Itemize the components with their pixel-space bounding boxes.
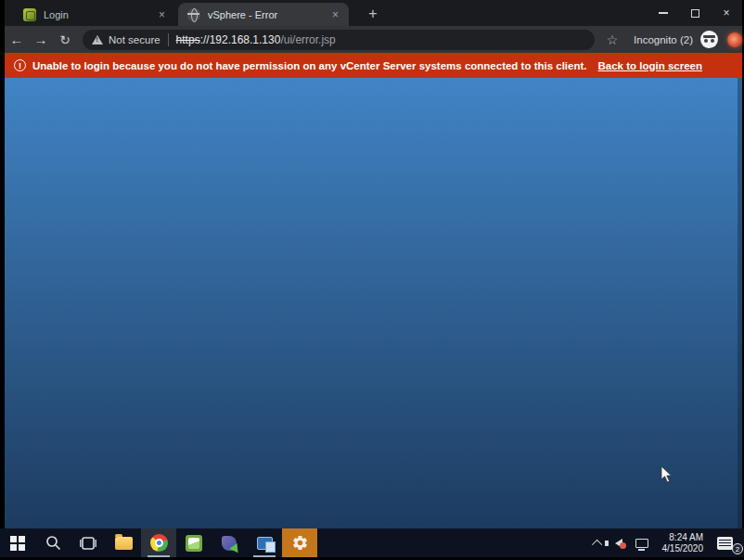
clock-time: 8:24 AM (662, 532, 704, 543)
screen: Login × vSphere - Error × + × ← → ↻ Not … (0, 0, 744, 560)
network-button[interactable] (629, 528, 655, 557)
vsphere-page-background (5, 78, 742, 528)
tab-close-icon[interactable]: × (329, 8, 341, 21)
reload-button[interactable]: ↻ (53, 32, 77, 47)
close-button[interactable]: × (711, 0, 742, 26)
alert-icon: ! (14, 59, 26, 71)
volume-button[interactable] (609, 528, 629, 557)
error-message: Unable to login because you do not have … (32, 60, 587, 71)
file-explorer-button[interactable] (106, 528, 141, 557)
system-tray: 8:24 AM 4/15/2020 2 (588, 528, 744, 557)
settings-gear-icon (291, 534, 309, 552)
forward-button[interactable]: → (29, 32, 53, 47)
url-scheme: https (176, 33, 200, 46)
restore-button[interactable] (679, 0, 711, 26)
settings-button[interactable] (282, 528, 317, 557)
task-view-icon (80, 536, 96, 551)
tab-strip: Login × vSphere - Error × + × (5, 0, 742, 26)
installer-button[interactable] (212, 528, 247, 557)
vm-console-icon (257, 537, 273, 550)
recording-indicator-dot (727, 32, 742, 47)
chrome-icon (150, 534, 168, 552)
tab-title: vSphere - Error (208, 9, 329, 20)
windows-logo-icon (10, 536, 25, 551)
omnibox-divider (168, 33, 169, 46)
browser-window: Login × vSphere - Error × + × ← → ↻ Not … (5, 0, 742, 528)
photos-icon (186, 535, 202, 552)
url-host: ://192.168.1.130 (200, 33, 281, 46)
notification-icon (717, 537, 733, 550)
restore-icon (691, 9, 699, 18)
photos-button[interactable] (176, 528, 212, 557)
back-button[interactable]: ← (5, 32, 29, 47)
tab-vsphere-error[interactable]: vSphere - Error × (178, 3, 349, 26)
vm-console-button[interactable] (247, 528, 282, 557)
taskbar-clock[interactable]: 8:24 AM 4/15/2020 (655, 532, 712, 554)
error-banner: ! Unable to login because you do not hav… (5, 53, 742, 78)
not-secure-warning-icon (92, 35, 103, 45)
url-text: https://192.168.1.130/ui/error.jsp (176, 33, 336, 46)
notification-center-button[interactable]: 2 (711, 528, 744, 557)
mute-indicator-dot (620, 542, 626, 549)
windows-taskbar: 8:24 AM 4/15/2020 2 (0, 528, 744, 557)
network-icon (635, 539, 648, 548)
bookmark-star-icon[interactable]: ☆ (604, 32, 621, 47)
page-scrollbar[interactable] (738, 78, 742, 528)
notification-badge: 2 (732, 543, 743, 554)
tab-close-icon[interactable]: × (156, 8, 168, 21)
vmware-login-favicon (23, 8, 36, 21)
file-explorer-icon (115, 537, 133, 550)
minimize-button[interactable] (648, 0, 679, 26)
mouse-cursor-icon (661, 465, 673, 484)
not-secure-label[interactable]: Not secure (109, 34, 160, 45)
address-bar[interactable]: Not secure https://192.168.1.130/ui/erro… (83, 30, 595, 50)
chevron-up-icon (591, 539, 601, 549)
start-button[interactable] (0, 528, 35, 557)
url-path: /ui/error.jsp (280, 33, 335, 46)
back-to-login-link[interactable]: Back to login screen (598, 60, 702, 71)
window-controls: × (648, 0, 742, 26)
incognito-label: Incognito (2) (634, 34, 693, 45)
browser-toolbar: ← → ↻ Not secure https://192.168.1.130/u… (5, 26, 742, 53)
search-icon (45, 535, 61, 551)
tab-login[interactable]: Login × (14, 3, 175, 26)
task-view-button[interactable] (71, 528, 106, 557)
globe-favicon (187, 8, 200, 21)
installer-icon (222, 536, 237, 551)
minimize-icon (659, 12, 668, 14)
clock-date: 4/15/2020 (662, 543, 704, 554)
incognito-icon (700, 31, 718, 48)
search-button[interactable] (35, 528, 71, 557)
tab-title: Login (44, 9, 156, 20)
chrome-button[interactable] (141, 528, 176, 557)
new-tab-button[interactable]: + (362, 4, 384, 24)
